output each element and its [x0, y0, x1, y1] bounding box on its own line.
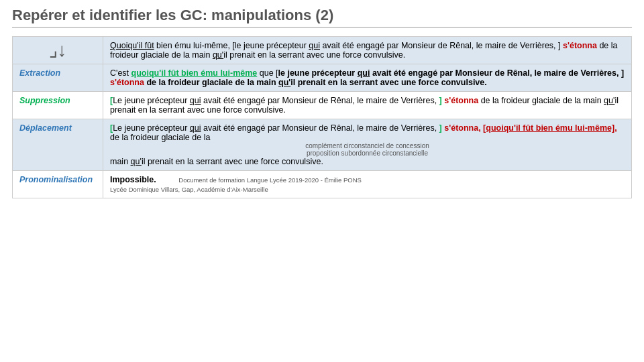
- pronominalisation-text: Impossible.: [110, 175, 158, 184]
- arrow-cell: ⌟↓: [13, 37, 103, 64]
- intro-row: ⌟↓ Quoiqu'il fût bien ému lui-même, [le …: [13, 37, 632, 64]
- deplacement-note2: proposition subordonnée circonstancielle: [110, 149, 625, 157]
- arrow-icon: ⌟↓: [19, 41, 96, 60]
- deplacement-text: [Le jeune précepteur qui avait été engag…: [110, 123, 625, 166]
- suppression-label: Suppression: [13, 92, 103, 119]
- pronominalisation-row: Pronominalisation Impossible. Document d…: [13, 171, 632, 198]
- suppression-row: Suppression [Le jeune précepteur qui ava…: [13, 92, 632, 119]
- extraction-content: C'est quoiqu'il fût bien ému lui-même qu…: [103, 64, 632, 92]
- extraction-text: C'est quoiqu'il fût bien ému lui-même qu…: [110, 68, 624, 87]
- extraction-row: Extraction C'est quoiqu'il fût bien ému …: [13, 64, 632, 92]
- deplacement-note1: complément circonstanciel de concession: [110, 142, 625, 149]
- page-title: Repérer et identifier les GC: manipulati…: [12, 7, 632, 28]
- intro-text: Quoiqu'il fût bien ému lui-même, [le jeu…: [110, 41, 618, 60]
- extraction-label: Extraction: [13, 64, 103, 92]
- pronominalisation-content: Impossible. Document de formation Langue…: [103, 171, 632, 198]
- deplacement-row: Déplacement [Le jeune précepteur qui ava…: [13, 119, 632, 171]
- main-table: ⌟↓ Quoiqu'il fût bien ému lui-même, [le …: [12, 36, 632, 198]
- suppression-content: [Le jeune précepteur qui avait été engag…: [103, 92, 632, 119]
- deplacement-content: [Le jeune précepteur qui avait été engag…: [103, 119, 632, 171]
- suppression-text: [Le jeune précepteur qui avait été engag…: [110, 96, 619, 115]
- deplacement-label: Déplacement: [13, 119, 103, 171]
- pronominalisation-label: Pronominalisation: [13, 171, 103, 198]
- intro-content: Quoiqu'il fût bien ému lui-même, [le jeu…: [103, 37, 632, 64]
